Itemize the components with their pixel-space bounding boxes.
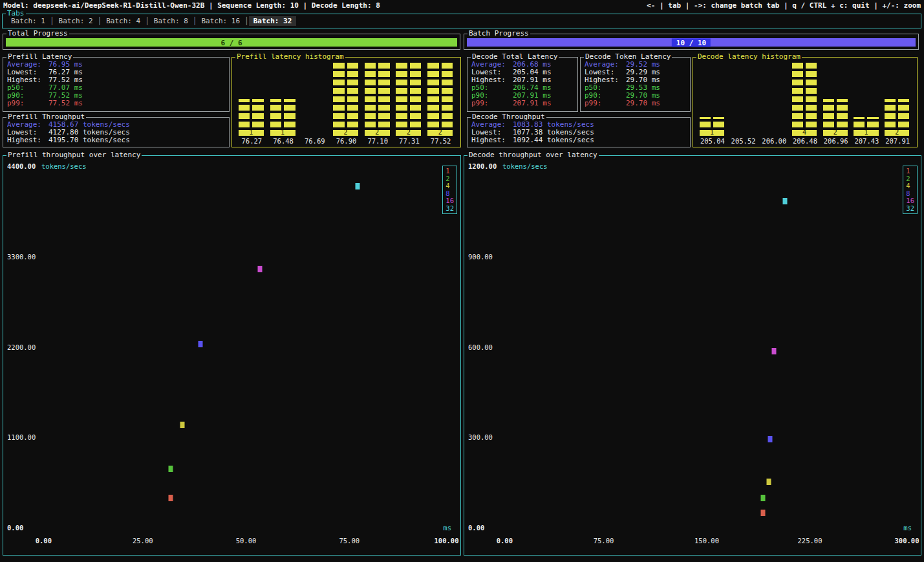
histogram-x-tick: 77.31: [399, 137, 420, 145]
scatter-point-batch-2: [169, 466, 173, 472]
stat-value: 29.70 ms: [626, 100, 660, 107]
prefill-throughput-chart-panel: Prefill throughput over latency 4400.003…: [3, 155, 461, 556]
stat-row: p99:77.52 ms: [7, 100, 226, 107]
histogram-x-tick: 205.04: [700, 137, 725, 145]
histogram-x-tick: 76.48: [273, 137, 294, 145]
decode-token-latency-panel: Decode Token Latency Average:29.52 msLow…: [580, 57, 691, 112]
y-axis-tick: 0.00: [468, 524, 484, 532]
histogram-x-tick: 207.43: [854, 137, 879, 145]
batch-progress-gauge: 10 / 10: [467, 38, 916, 47]
histogram-bar: 1: [239, 99, 264, 136]
x-axis-tick: 50.00: [236, 537, 257, 545]
histogram-x-tick: 76.90: [336, 137, 357, 145]
y-axis-tick: 900.00: [468, 253, 493, 261]
legend-item-batch-16: 16: [446, 197, 454, 205]
tab-separator: │: [50, 17, 54, 25]
histogram-x-tick: 76.27: [242, 137, 263, 145]
stat-row: p90:77.52 ms: [7, 92, 226, 100]
histogram-bar: 1: [270, 99, 295, 136]
scatter-point-batch-4: [180, 422, 185, 428]
x-axis-tick: 0.00: [36, 537, 52, 545]
batch-progress-panel: Batch Progress 10 / 10: [464, 34, 919, 50]
y-axis-tick: 600.00: [468, 343, 493, 351]
histogram-bar: 4: [792, 61, 817, 136]
y-axis-tick: 1100.00: [7, 433, 36, 441]
decode-latency-histogram-panel: Decode latency histogram 14212205.04205.…: [693, 57, 918, 147]
stat-value: 4195.70 tokens/secs: [48, 136, 130, 144]
decode-throughput-chart-title: Decode throughput over latency: [467, 151, 599, 160]
prefill-throughput-chart: 4400.003300.002200.001100.000.000.0025.0…: [3, 156, 460, 555]
histogram-x-tick: 206.96: [824, 137, 848, 145]
total-progress-panel: Total Progress 6 / 6: [3, 34, 460, 50]
legend-item-batch-1: 1: [446, 168, 454, 175]
tab-batch-16[interactable]: Batch: 16: [197, 16, 244, 26]
prefill-throughput-title: Prefill Throughput: [6, 113, 86, 122]
y-axis-tick: 300.00: [468, 433, 493, 441]
tab-batch-2[interactable]: Batch: 2: [54, 16, 98, 26]
batch-progress-title: Batch Progress: [467, 29, 530, 38]
y-axis-tick: 3300.00: [7, 253, 36, 261]
decode-total-latency-stats: Average:206.68 msLowest:205.04 msHighest…: [471, 61, 575, 110]
scatter-point-batch-16: [258, 266, 263, 272]
bar-count-label: 2: [365, 129, 390, 136]
x-axis-tick: 300.00: [895, 537, 919, 545]
tab-batch-4[interactable]: Batch: 4: [102, 16, 145, 26]
tab-batch-32[interactable]: Batch: 32: [249, 16, 297, 26]
histogram-plot: 14212: [697, 61, 913, 136]
histogram-x-tick: 77.10: [367, 137, 388, 145]
histogram-x-tick: 76.69: [305, 137, 325, 145]
tab-separator: │: [244, 17, 249, 25]
chart-legend: 12481632: [442, 166, 457, 214]
stat-value: 1092.44 tokens/secs: [513, 136, 594, 144]
stat-label: p99:: [7, 100, 48, 107]
histogram-bar: 2: [427, 61, 453, 136]
tabs-panel-title: Tabs: [6, 9, 26, 18]
total-progress-value: 6 / 6: [220, 38, 242, 47]
decode-latency-histogram-title: Decode latency histogram: [696, 52, 802, 61]
tab-batch-8[interactable]: Batch: 8: [149, 16, 193, 26]
stat-row: Highest:77.52 ms: [7, 76, 226, 84]
bar-count-label: 1: [270, 129, 295, 136]
stat-row: Highest:1092.44 tokens/secs: [471, 136, 687, 144]
decode-total-latency-title: Decode Total Latency: [471, 52, 559, 61]
histogram-bar: 2: [333, 61, 358, 136]
stat-label: p99:: [585, 100, 626, 107]
decode-total-latency-panel: Decode Total Latency Average:206.68 msLo…: [467, 57, 578, 112]
prefill-throughput-stats: Average:4158.67 tokens/secsLowest:4127.8…: [7, 121, 226, 146]
stat-value: 77.52 ms: [48, 100, 83, 107]
x-axis-unit-label: ms: [903, 524, 912, 532]
chart-legend: 12481632: [903, 166, 918, 214]
total-progress-gauge: 6 / 6: [6, 38, 457, 47]
legend-item-batch-32: 32: [446, 205, 454, 213]
tab-separator: │: [193, 17, 197, 25]
scatter-plot: 1200.00900.00600.00300.000.000.0075.0015…: [500, 166, 913, 528]
stat-value: 207.91 ms: [513, 100, 552, 107]
scatter-point-batch-32: [355, 183, 360, 189]
histogram-x-tick: 77.52: [431, 137, 451, 145]
batch-progress-value: 10 / 10: [672, 38, 711, 47]
scatter-point-batch-16: [772, 348, 777, 354]
legend-item-batch-4: 4: [446, 182, 454, 190]
scatter-point-batch-8: [768, 436, 772, 442]
y-axis-unit-label: tokens/secs: [502, 162, 548, 170]
bar-count-label: 1: [239, 129, 264, 136]
decode-token-latency-stats: Average:29.52 msLowest:29.29 msHighest:2…: [585, 61, 687, 110]
histogram-x-tick: 206.48: [793, 137, 817, 145]
prefill-latency-histogram: 11222276.2776.4876.6976.9077.1077.3177.5…: [236, 61, 457, 145]
total-progress-title: Total Progress: [6, 29, 69, 38]
stat-label: Highest:: [471, 136, 513, 144]
y-axis-tick: 2200.00: [7, 343, 36, 351]
histogram-bar: 1: [700, 117, 724, 136]
legend-item-batch-4: 4: [906, 182, 914, 190]
scatter-point-batch-4: [766, 479, 771, 485]
prefill-latency-stats: Average:76.95 msLowest:76.27 msHighest:7…: [7, 61, 226, 110]
y-axis-tick: 0.00: [7, 524, 23, 532]
stat-label: Highest:: [7, 136, 48, 144]
topbar: Model: deepseek-ai/DeepSeek-R1-Distill-Q…: [0, 0, 924, 12]
bar-count-label: 1: [854, 129, 878, 136]
decode-token-latency-title: Decode Token Latency: [584, 52, 672, 61]
bar-count-label: 2: [885, 129, 909, 136]
stat-row: p99:29.70 ms: [585, 100, 687, 107]
bar-count-label: 2: [823, 129, 848, 136]
stat-row: Average:76.95 ms: [7, 61, 226, 69]
